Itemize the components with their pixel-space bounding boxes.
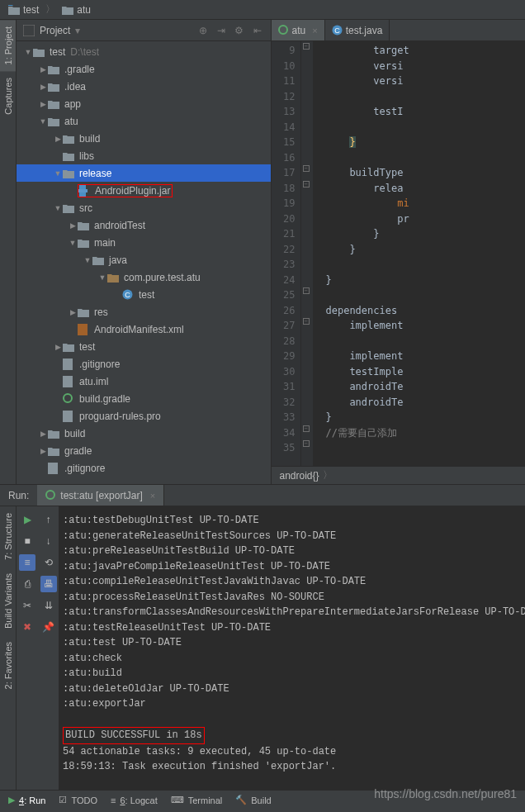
fold-icon[interactable]: − bbox=[303, 425, 310, 432]
collapse-icon[interactable]: ⇥ bbox=[215, 24, 228, 37]
tree-row[interactable]: AndroidManifest.xml bbox=[17, 321, 271, 338]
editor-body[interactable]: 9101112131415161718192021222324252627282… bbox=[272, 41, 526, 466]
tree-arrow-icon[interactable]: ▶ bbox=[68, 221, 78, 230]
tree-row[interactable]: ▼src bbox=[17, 199, 271, 216]
print-icon[interactable]: 🖶 bbox=[40, 576, 57, 592]
tree-row[interactable]: ▶.idea bbox=[17, 78, 271, 95]
tree-arrow-icon[interactable]: ▶ bbox=[38, 83, 48, 91]
dropdown-icon[interactable]: ▾ bbox=[75, 25, 80, 36]
tree-row[interactable]: ▶res bbox=[17, 303, 271, 321]
svg-rect-6 bbox=[63, 359, 73, 370]
tab-build-variants[interactable]: Build Variants bbox=[0, 567, 16, 635]
tab-structure[interactable]: 7: Structure bbox=[0, 506, 16, 567]
tree-row[interactable]: ▶test bbox=[17, 338, 271, 355]
tree-arrow-icon[interactable]: ▶ bbox=[68, 308, 78, 316]
tree-label: com.pure.test.atu bbox=[124, 272, 201, 283]
fold-icon[interactable]: − bbox=[303, 181, 310, 188]
tree-arrow-icon[interactable]: ▼ bbox=[23, 48, 33, 56]
tree-row[interactable]: libs bbox=[17, 147, 271, 164]
editor-tab[interactable]: atu× bbox=[272, 20, 325, 40]
filter-icon[interactable]: ≡ bbox=[19, 554, 35, 571]
tree-row[interactable]: ▼release bbox=[17, 164, 271, 182]
folder-icon bbox=[48, 116, 61, 126]
tree-arrow-icon[interactable]: ▼ bbox=[53, 169, 63, 178]
project-tree[interactable]: ▼testD:\test▶.gradle▶.idea▶app▼atu▶build… bbox=[17, 41, 271, 484]
tree-arrow-icon[interactable]: ▶ bbox=[53, 343, 63, 351]
bottom-item-build[interactable]: 🔨Build bbox=[235, 795, 271, 805]
file-icon bbox=[63, 359, 76, 370]
code-content[interactable]: target versi versi testI } buildType rel… bbox=[313, 41, 526, 466]
tree-row[interactable]: ▼com.pure.test.atu bbox=[17, 268, 271, 286]
editor-breadcrumb[interactable]: android{} 〉 bbox=[272, 466, 526, 484]
editor-tab[interactable]: Ctest.java bbox=[325, 20, 390, 40]
tree-row[interactable]: ▼atu bbox=[17, 112, 271, 130]
rerun-icon[interactable]: ▶ bbox=[19, 511, 35, 528]
fold-icon[interactable]: − bbox=[303, 440, 310, 447]
fold-icon[interactable]: − bbox=[303, 287, 310, 294]
tree-row[interactable]: AndroidPlugin.jar bbox=[17, 182, 271, 199]
tree-arrow-icon[interactable]: ▶ bbox=[38, 447, 48, 455]
tree-arrow-icon[interactable]: ▶ bbox=[38, 100, 48, 108]
tree-label: .gitignore bbox=[79, 359, 120, 370]
tree-arrow-icon[interactable]: ▼ bbox=[53, 204, 63, 212]
trash-icon[interactable]: ✂ bbox=[19, 597, 35, 614]
fold-icon[interactable]: − bbox=[303, 318, 310, 325]
close-icon[interactable]: × bbox=[150, 491, 155, 501]
tree-row[interactable]: ▶androidTest bbox=[17, 216, 271, 234]
down-icon[interactable]: ↓ bbox=[40, 533, 57, 549]
tree-row[interactable]: ▼main bbox=[17, 234, 271, 251]
run-output[interactable]: :atu:testDebugUnitTest UP-TO-DATE :atu:g… bbox=[59, 506, 525, 790]
tree-arrow-icon[interactable]: ▼ bbox=[97, 273, 107, 282]
folder-icon bbox=[33, 47, 46, 57]
gear-icon[interactable]: ⚙ bbox=[233, 24, 246, 37]
tree-arrow-icon[interactable]: ▶ bbox=[38, 430, 48, 438]
bottom-item-terminal[interactable]: ⌨Terminal bbox=[171, 795, 223, 805]
tree-row[interactable]: ▶app bbox=[17, 95, 271, 112]
up-icon[interactable]: ↑ bbox=[40, 511, 57, 528]
tree-row[interactable]: ▼java bbox=[17, 251, 271, 268]
tree-row[interactable]: ▼testD:\test bbox=[17, 43, 271, 60]
target-icon[interactable]: ⊕ bbox=[196, 24, 210, 37]
tree-arrow-icon[interactable]: ▶ bbox=[38, 65, 48, 74]
wrap-icon[interactable]: ⟲ bbox=[40, 554, 57, 571]
hide-icon[interactable]: ⇤ bbox=[251, 24, 264, 37]
tree-row[interactable]: ▶gradle bbox=[17, 442, 271, 459]
fold-icon[interactable]: − bbox=[303, 165, 310, 172]
close-icon[interactable]: ✖ bbox=[19, 619, 35, 635]
export-icon[interactable]: ⎙ bbox=[19, 576, 35, 592]
bottom-item-todo[interactable]: ☑TODO bbox=[59, 795, 97, 805]
file-icon bbox=[63, 376, 76, 387]
package-icon bbox=[107, 273, 121, 283]
scroll-icon[interactable]: ⇊ bbox=[40, 597, 57, 614]
breadcrumb-item[interactable]: atu bbox=[57, 4, 96, 16]
pin-icon[interactable]: 📌 bbox=[40, 619, 57, 635]
tree-label: build bbox=[79, 133, 100, 145]
tree-label: proguard-rules.pro bbox=[79, 411, 161, 422]
tree-row[interactable]: atu.iml bbox=[17, 373, 271, 390]
tree-arrow-icon[interactable]: ▼ bbox=[68, 239, 78, 247]
tree-row[interactable]: ▶build bbox=[17, 130, 271, 147]
tree-arrow-icon[interactable]: ▼ bbox=[38, 117, 48, 126]
tree-row[interactable]: .gitignore bbox=[17, 355, 271, 373]
fold-icon[interactable]: − bbox=[303, 43, 310, 50]
close-icon[interactable]: × bbox=[312, 26, 317, 36]
tree-row[interactable]: build.gradle bbox=[17, 390, 271, 407]
tab-captures[interactable]: Captures bbox=[0, 71, 16, 121]
svg-rect-7 bbox=[63, 376, 73, 387]
tab-favorites[interactable]: 2: Favorites bbox=[0, 635, 16, 696]
tree-row[interactable]: .gitignore bbox=[17, 459, 271, 477]
bottom-item-logcat[interactable]: ≡6: Logcat bbox=[111, 795, 158, 805]
tree-row[interactable]: ▶.gradle bbox=[17, 60, 271, 78]
tree-row[interactable]: Ctest bbox=[17, 286, 271, 303]
tree-arrow-icon[interactable]: ▼ bbox=[83, 256, 92, 264]
breadcrumb-item[interactable]: test bbox=[3, 4, 44, 16]
run-tab[interactable]: test:atu [exportJar] × bbox=[37, 485, 164, 506]
fold-gutter[interactable]: −−−−−−− bbox=[301, 41, 313, 466]
tree-arrow-icon[interactable]: ▶ bbox=[53, 135, 63, 143]
tab-project[interactable]: 1: Project bbox=[0, 20, 16, 71]
tree-row[interactable]: proguard-rules.pro bbox=[17, 407, 271, 425]
tree-row[interactable]: ▶build bbox=[17, 425, 271, 442]
bottom-item-run[interactable]: ▶4: Run bbox=[8, 795, 45, 805]
stop-icon[interactable]: ■ bbox=[19, 533, 35, 549]
folder-icon bbox=[63, 203, 76, 213]
